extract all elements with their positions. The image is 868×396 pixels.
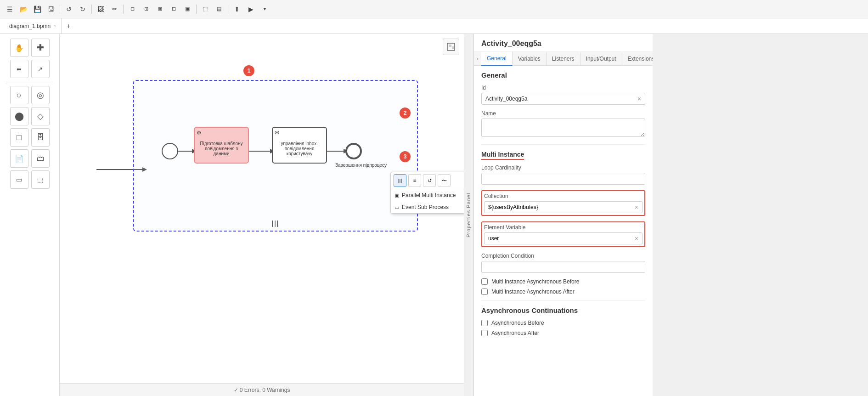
collection-input-container: ×	[484, 201, 643, 213]
checkbox-async-after-label: Multi Instance Asynchronous After	[491, 289, 575, 295]
menu-button[interactable]: ☰	[4, 3, 16, 15]
image-button[interactable]: 🖼	[95, 3, 107, 15]
properties-panel-label[interactable]: Properties Panel	[464, 34, 473, 396]
subprocess-tool[interactable]: ▭	[10, 170, 28, 189]
data-tool[interactable]: 🗄	[31, 128, 50, 147]
parallel-mi-label: Parallel Multi Instance	[402, 192, 456, 198]
checkbox-async-before[interactable]	[481, 278, 488, 285]
section-sep-1	[481, 144, 645, 145]
end-event-tool[interactable]: ⬤	[10, 107, 28, 125]
collection-clear-btn[interactable]: ×	[631, 204, 642, 211]
save-button[interactable]: 💾	[31, 3, 43, 15]
element-variable-label: Element Variable	[484, 224, 643, 231]
async-after-checkbox[interactable]	[481, 330, 488, 336]
async-before-row: Asynchronous Before	[481, 320, 645, 326]
intermediate-event-tool[interactable]: ◎	[31, 86, 50, 104]
group-button[interactable]: ⬚	[199, 3, 211, 15]
gateway-tool[interactable]: ◇	[31, 107, 50, 125]
prop-title: Activity_00eqg5a	[474, 34, 653, 52]
compensation-icon-btn[interactable]: 〜	[438, 174, 451, 187]
context-menu-panel: ||| ≡ ↺ 〜 ▣ Parallel Multi Instance ▭ Ev…	[390, 172, 464, 214]
prop-tab-inputoutput[interactable]: Input/Output	[581, 52, 622, 65]
checkbox-async-before-row: Multi Instance Asynchronous Before	[481, 278, 645, 285]
badge-2: 2	[400, 107, 411, 119]
upload-button[interactable]: ⬆	[231, 3, 243, 15]
collection-field: Collection ×	[481, 190, 645, 216]
tool-row-1: ✋ ✚	[10, 39, 50, 57]
prop-tab-prev[interactable]: ‹	[474, 52, 481, 65]
name-label: Name	[481, 110, 645, 117]
align3-button[interactable]: ⊠	[154, 3, 166, 15]
align1-button[interactable]: ⊟	[126, 3, 138, 15]
main-area: ✋ ✚ ⬌ ↗ ○ ◎ ⬤ ◇ □ 🗄 📄 🗃 ▭ ⬚	[0, 34, 868, 396]
element-variable-input[interactable]	[485, 233, 631, 244]
annotation-tool[interactable]: 📄	[10, 149, 28, 168]
open-button[interactable]: 📂	[17, 3, 29, 15]
undo-button[interactable]: ↺	[63, 3, 75, 15]
async-before-checkbox[interactable]	[481, 320, 488, 326]
task-inbox[interactable]: ✉ управління inbox-повідомлення користув…	[272, 127, 327, 164]
align2-button[interactable]: ⊞	[140, 3, 152, 15]
play-arrow-button[interactable]: ▾	[259, 3, 271, 15]
prop-tab-variables[interactable]: Variables	[513, 52, 547, 65]
toolbar-sep-2	[91, 5, 92, 14]
element-variable-clear-btn[interactable]: ×	[631, 235, 642, 242]
id-clear-btn[interactable]: ×	[634, 95, 645, 102]
end-event[interactable]: Завершення підпроцесу	[345, 143, 362, 159]
task-tool[interactable]: □	[10, 128, 28, 147]
status-text: ✓ 0 Errors, 0 Warnings	[234, 387, 290, 393]
folder-tool[interactable]: 🗃	[31, 149, 50, 168]
redo-button[interactable]: ↻	[77, 3, 89, 15]
canvas-area[interactable]: 1 2 3	[60, 34, 464, 396]
task-settings-icon: ⚙	[197, 130, 202, 136]
sequential-mi-icon-btn[interactable]: ≡	[408, 174, 421, 187]
task-preparation-label: Підготовка шаблону повідомлення з даними	[197, 141, 246, 156]
tool-row-3: ○ ◎	[10, 86, 50, 104]
async-section-title: Asynchronous Continuations	[481, 306, 645, 314]
main-toolbar: ☰ 📂 💾 🖫 ↺ ↻ 🖼 ✏ ⊟ ⊞ ⊠ ⊡ ▣ ⬚ ▤ ⬆ ▶ ▾	[0, 0, 868, 18]
fit-tool[interactable]: ⬌	[10, 60, 28, 78]
start-event-tool[interactable]: ○	[10, 86, 28, 104]
toolbar-sep-1	[60, 5, 60, 14]
task-inbox-label: управління inbox-повідомлення користувач…	[275, 141, 324, 156]
loop-icon-btn[interactable]: ↺	[423, 174, 436, 187]
arrow-tool[interactable]: ↗	[31, 60, 50, 78]
selection-tool[interactable]: ⬚	[31, 170, 50, 189]
parallel-mi-icon-btn[interactable]: |||	[394, 174, 406, 187]
prop-tab-extensions[interactable]: Extensions	[622, 52, 653, 65]
name-textarea[interactable]	[481, 119, 645, 137]
tab-close-icon[interactable]: ○	[53, 23, 56, 28]
checkbox-async-before-label: Multi Instance Asynchronous Before	[491, 278, 579, 285]
ungroup-button[interactable]: ▤	[213, 3, 225, 15]
loop-cardinality-field: Loop Cardinality	[481, 164, 645, 185]
id-input[interactable]	[482, 93, 634, 104]
save2-button[interactable]: 🖫	[45, 3, 57, 15]
completion-condition-input[interactable]	[481, 261, 645, 273]
distribute1-button[interactable]: ⊡	[168, 3, 180, 15]
loop-cardinality-input[interactable]	[481, 173, 645, 185]
event-subprocess-option[interactable]: ▭ Event Sub Process	[391, 201, 464, 213]
parallel-mi-option[interactable]: ▣ Parallel Multi Instance	[391, 189, 464, 201]
minimap-button[interactable]	[443, 39, 459, 55]
play-button[interactable]: ▶	[245, 3, 257, 15]
collection-input[interactable]	[485, 202, 631, 213]
create-tool[interactable]: ✚	[31, 39, 50, 57]
hand-tool[interactable]: ✋	[10, 39, 28, 57]
prop-tab-general[interactable]: General	[481, 52, 513, 66]
left-tools-panel: ✋ ✚ ⬌ ↗ ○ ◎ ⬤ ◇ □ 🗄 📄 🗃 ▭ ⬚	[0, 34, 60, 396]
event-subprocess-label: Event Sub Process	[402, 204, 449, 210]
task-envelope-icon: ✉	[275, 130, 279, 136]
checkbox-async-after[interactable]	[481, 289, 488, 295]
prop-tab-listeners[interactable]: Listeners	[547, 52, 581, 65]
tab-add-button[interactable]: +	[62, 20, 75, 33]
toolbar-sep-3	[123, 5, 124, 14]
tool-row-2: ⬌ ↗	[10, 60, 50, 78]
start-event[interactable]	[162, 143, 178, 159]
distribute2-button[interactable]: ▣	[181, 3, 193, 15]
async-after-row: Asynchronous After	[481, 330, 645, 336]
multi-instance-title: Multi Instance	[481, 151, 524, 160]
subprocess-container[interactable]: ⚙ Підготовка шаблону повідомлення з дани…	[133, 80, 418, 232]
pen-button[interactable]: ✏	[108, 3, 120, 15]
tab-diagram[interactable]: diagram_1.bpmn ○	[4, 18, 62, 34]
task-preparation[interactable]: ⚙ Підготовка шаблону повідомлення з дани…	[194, 127, 249, 164]
